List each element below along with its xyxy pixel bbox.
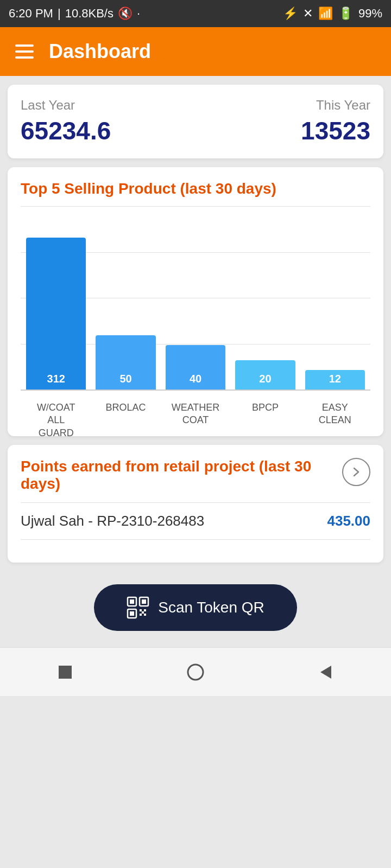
svg-rect-5	[130, 611, 134, 616]
bar-group-brolac: 50	[96, 335, 155, 390]
bluetooth-icon: ⚡	[283, 7, 298, 21]
last-year-section: Last Year 65234.6	[21, 98, 111, 145]
svg-rect-1	[130, 599, 134, 604]
bar-value-easyclean: 12	[329, 373, 341, 385]
chevron-right-icon	[350, 466, 362, 478]
bar-value-brolac: 50	[119, 373, 131, 385]
hamburger-menu-button[interactable]	[15, 44, 34, 59]
triangle-back-icon	[316, 662, 336, 682]
this-year-label: This Year	[301, 98, 370, 113]
svg-rect-7	[144, 609, 146, 611]
bar-wcoat: 312	[26, 238, 86, 390]
divider-1	[21, 502, 370, 503]
this-year-section: This Year 13523	[301, 98, 370, 145]
battery-percent: 99%	[358, 7, 382, 21]
grid-line-top	[21, 206, 370, 207]
last-year-label: Last Year	[21, 98, 111, 113]
year-stats-card: Last Year 65234.6 This Year 13523	[8, 85, 383, 158]
svg-rect-6	[140, 609, 142, 611]
svg-rect-3	[142, 599, 146, 604]
svg-rect-11	[59, 666, 72, 679]
hamburger-line-2	[15, 50, 34, 53]
chart-inner: 312 50 40	[21, 206, 370, 391]
last-year-value: 65234.6	[21, 116, 111, 145]
label-brolac: BROLAC	[96, 401, 155, 439]
status-bar: 6:20 PM | 10.8KB/s 🔇 · ⚡ ✕ 📶 🔋 99%	[0, 0, 391, 27]
points-navigate-button[interactable]	[342, 458, 370, 486]
bottom-nav	[0, 647, 391, 696]
top-products-card: Top 5 Selling Product (last 30 days) 312	[8, 167, 383, 436]
bar-chart: 312 50 40	[21, 206, 370, 423]
header-title: Dashboard	[49, 40, 151, 63]
svg-rect-10	[142, 611, 144, 614]
hamburger-line-3	[15, 56, 34, 59]
qr-code-icon	[127, 596, 149, 619]
divider-2	[21, 539, 370, 540]
bar-brolac: 50	[96, 335, 155, 390]
nav-recents-button[interactable]	[312, 659, 339, 686]
bar-value-wcoat: 312	[47, 373, 65, 385]
points-header: Points earned from retail project (last …	[21, 458, 370, 493]
bar-value-weathercoat: 40	[190, 373, 201, 385]
svg-rect-9	[144, 614, 146, 616]
points-title: Points earned from retail project (last …	[21, 458, 342, 493]
bar-group-easyclean: 12	[305, 370, 365, 390]
label-weathercoat: WEATHERCOAT	[166, 401, 225, 439]
scan-btn-label: Scan Token QR	[158, 599, 264, 616]
bar-bpcp: 20	[235, 360, 295, 390]
bar-value-bpcp: 20	[259, 373, 271, 385]
points-entry-name: Ujwal Sah - RP-2310-268483	[21, 513, 204, 529]
circle-icon	[186, 662, 205, 682]
label-bpcp: BPCP	[235, 401, 295, 439]
header: Dashboard	[0, 27, 391, 76]
status-network: |	[58, 7, 61, 21]
points-entry-value: 435.00	[327, 513, 370, 529]
status-time: 6:20 PM	[9, 7, 53, 21]
bar-group-weathercoat: 40	[166, 345, 225, 390]
svg-point-12	[188, 665, 203, 680]
bar-group-wcoat: 312	[26, 238, 86, 390]
sim-icon: ✕	[303, 7, 313, 21]
this-year-value: 13523	[301, 116, 370, 145]
top-products-title: Top 5 Selling Product (last 30 days)	[21, 180, 370, 197]
main-content: Last Year 65234.6 This Year 13523 Top 5 …	[0, 85, 391, 647]
nav-home-button[interactable]	[182, 659, 209, 686]
wifi-icon: 📶	[318, 7, 333, 21]
square-icon	[55, 662, 75, 682]
scan-btn-container: Scan Token QR	[0, 571, 391, 647]
bar-weathercoat: 40	[166, 345, 225, 390]
nav-back-button[interactable]	[52, 659, 79, 686]
hamburger-line-1	[15, 44, 34, 47]
bar-group-bpcp: 20	[235, 360, 295, 390]
svg-rect-8	[140, 614, 142, 616]
svg-marker-13	[320, 666, 331, 679]
status-dot: ·	[137, 7, 140, 21]
status-mute-icon: 🔇	[118, 7, 133, 21]
status-right: ⚡ ✕ 📶 🔋 99%	[283, 7, 382, 21]
points-entry-row: Ujwal Sah - RP-2310-268483 435.00	[21, 513, 370, 529]
x-axis-labels: W/COATALLGUARD BROLAC WEATHERCOAT BPCP E…	[21, 391, 370, 439]
label-easyclean: EASYCLEAN	[305, 401, 365, 439]
status-speed: 10.8KB/s	[65, 7, 113, 21]
scan-token-qr-button[interactable]: Scan Token QR	[94, 584, 297, 631]
year-stats-row: Last Year 65234.6 This Year 13523	[21, 98, 370, 145]
label-wcoat: W/COATALLGUARD	[26, 401, 86, 439]
battery-icon: 🔋	[338, 7, 353, 21]
status-left: 6:20 PM | 10.8KB/s 🔇 ·	[9, 7, 140, 21]
points-card: Points earned from retail project (last …	[8, 445, 383, 563]
bar-easyclean: 12	[305, 370, 365, 390]
